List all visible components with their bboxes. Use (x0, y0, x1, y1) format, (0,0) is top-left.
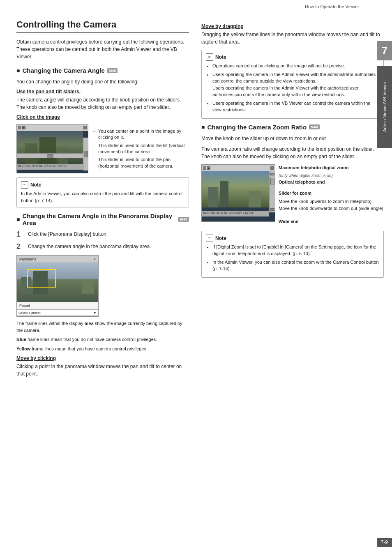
cam-slider-tilt (83, 138, 88, 170)
chapter-number: 7 (377, 41, 392, 60)
chapter-label: Admin Viewer/VB Viewer (382, 82, 387, 132)
note-icon-2: ≡ (206, 53, 213, 61)
section3-badge: M40 (309, 124, 320, 129)
frame-yellow-text: Yellow frame lines mean that you have ca… (16, 345, 189, 352)
zoom-label-2: Optical telephoto end (279, 179, 384, 186)
zoom-btn-x: × (270, 166, 274, 170)
panorama-image (17, 263, 98, 302)
cam-slider-pan (17, 153, 83, 158)
panorama-titlebar: Panorama × (17, 256, 98, 263)
section3-note: ≡ Note If [Digital Zoom] is set to [Enab… (201, 231, 384, 278)
frame-blue-word: Blue (16, 337, 26, 342)
section3-title: Changing the Camera Zoom Ratio M40 (201, 124, 384, 131)
section2-badge: M40 (178, 217, 189, 222)
section3-note-header: Note (215, 235, 226, 242)
annotation-lines: ← You can center on a point in the image… (92, 124, 189, 173)
note-icon-1: ≡ (21, 181, 28, 189)
panorama-preset-label: Preset (17, 302, 98, 309)
frame-yellow-word: Yellow (16, 346, 30, 351)
note2-item-3: Users operating the camera in the VB Vie… (212, 100, 379, 113)
note2-item-2: Users operating the camera in the Admin … (212, 71, 379, 98)
section1-intro: You can change the angle by doing one of… (16, 78, 189, 85)
step2-text: Change the camera angle in the panorama … (28, 243, 189, 250)
section3-intro: Move the knob on the slider up or down t… (201, 135, 384, 142)
frame-blue-text: Blue frame lines mean that you do not ha… (16, 336, 189, 343)
main-title: Controlling the Camera (16, 19, 189, 33)
intro-text: Obtain camera control privileges before … (16, 38, 189, 60)
section1-note-text: In the Admin Viewer, you can also contro… (21, 191, 182, 203)
annotation-text-1: You can center on a point in the image b… (98, 128, 189, 141)
cam-status: Blue Pan: -90.5 Tilt: -15 Zoom: 10x set (17, 164, 88, 170)
section1-subsection2-title: Click on the image (16, 114, 189, 120)
panorama-select[interactable]: Select a preset ▼ (17, 309, 98, 316)
cam-btn-1 (18, 126, 21, 129)
header-title: How to Operate the Viewer (305, 4, 359, 9)
section1-note: ≡ Note In the Admin Viewer, you can also… (16, 177, 189, 207)
zoom-label-1: Maximum telephoto digital zoom (279, 164, 384, 171)
annotation-1: ← You can center on a point in the image… (92, 128, 189, 141)
note-icon-3: ≡ (206, 235, 213, 242)
zoom-label-3-text: Move the knob upwards to zoom in (teleph… (279, 198, 384, 212)
annotation-text-3: This slider is used to control the pan (… (98, 157, 189, 169)
chapter-tab: Admin Viewer/VB Viewer (377, 66, 392, 148)
page-header: How to Operate the Viewer (0, 0, 392, 11)
cam-btn-x: × (83, 126, 87, 129)
step1-text: Click the [Panorama Display] button. (28, 230, 189, 238)
panorama-screenshot: Panorama × Preset Select a preset ▼ (16, 255, 99, 317)
section1-badge: M40 (107, 68, 118, 73)
annotation-3: ← This slider is used to control the pan… (92, 157, 189, 169)
zoom-annotations: Maximum telephoto digital zoom (only whe… (279, 164, 384, 227)
section3-note-list: If [Digital Zoom] is set to [Enable] in … (206, 244, 379, 272)
step-list: 1 Click the [Panorama Display] button. 2… (16, 230, 189, 250)
move-clicking-text: Clicking a point in the panorama window … (16, 363, 189, 378)
section2-note-header: Note (215, 53, 226, 61)
note3-item-1: If [Digital Zoom] is set to [Enable] in … (212, 244, 379, 257)
cam-btn-2: ■ (22, 126, 25, 129)
zoom-screenshot: ■ × (201, 164, 275, 222)
section1-subsection1-text: The camera angle will change according t… (16, 96, 189, 111)
note2-item-1: Operations carried out by clicking on th… (212, 62, 379, 69)
section2-note: ≡ Note Operations carried out by clickin… (201, 50, 384, 119)
frame-description: The frame lines within the display area … (16, 320, 189, 334)
zoom-toolbar: ■ × (202, 165, 275, 171)
section1-title: Changing the Camera Angle M40 (16, 67, 189, 74)
zoom-label-3: Slider for zoom (279, 190, 384, 197)
section3-body: The camera zoom ratio will change accord… (201, 145, 384, 160)
move-clicking-title: Move by clicking (16, 355, 189, 361)
move-dragging-text: Dragging the yellow frame lines in the p… (201, 31, 384, 46)
panorama-close-icon: × (94, 257, 96, 261)
annotation-2: ← This slider is used to control the til… (92, 143, 189, 155)
camera-screenshot: ■ × (16, 124, 88, 173)
cam-image (17, 131, 83, 164)
camera-image-container: ■ × (16, 124, 189, 173)
zoom-label-4: Wide end (279, 218, 384, 225)
zoom-image-container: ■ × (201, 164, 384, 227)
zoom-btn-1 (203, 166, 206, 170)
annotation-text-2: This slider is used to control the tilt … (98, 143, 189, 155)
panorama-title: Panorama (19, 257, 37, 261)
page-number: 7-9 (377, 538, 392, 547)
move-dragging-title: Move by dragging (201, 23, 384, 29)
note3-item-2: In the Admin Viewer, you can also contro… (212, 259, 379, 272)
section1-note-header: Note (30, 181, 42, 189)
section1-subsection1-title: Use the pan and tilt sliders. (16, 89, 189, 94)
zoom-label-1-sub: (only when digital zoom is on) (279, 173, 384, 179)
zoom-status: Blue Pan: -90.5 Tilt: -15 Zoom: 1.0x set (202, 211, 269, 216)
step-2: 2 Change the camera angle in the panoram… (16, 243, 189, 250)
zoom-btn-2: ■ (207, 166, 210, 170)
cam-toolbar: ■ × (17, 124, 88, 131)
section2-title: Change the Camera Angle in the Panorama … (16, 212, 189, 226)
section2-note-list: Operations carried out by clicking on th… (206, 62, 379, 113)
step-1: 1 Click the [Panorama Display] button. (16, 230, 189, 238)
